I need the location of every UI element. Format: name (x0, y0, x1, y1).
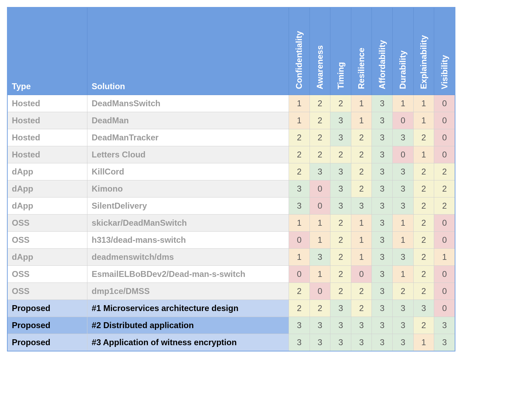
cell-score: 3 (330, 112, 351, 129)
cell-type: OSS (7, 215, 87, 232)
cell-score: 2 (413, 283, 434, 300)
cell-type: Proposed (7, 317, 87, 334)
cell-score: 1 (393, 95, 414, 112)
cell-score: 1 (310, 215, 330, 232)
cell-type: OSS (7, 283, 87, 300)
cell-solution: #2 Distributed application (87, 317, 289, 334)
cell-score: 2 (289, 300, 310, 317)
cell-type: Hosted (7, 95, 87, 112)
cell-solution: SilentDelivery (87, 198, 289, 215)
cell-score: 3 (393, 198, 414, 215)
cell-score: 3 (372, 180, 393, 198)
cell-score: 1 (351, 249, 372, 266)
cell-score: 2 (310, 95, 330, 112)
cell-type: Hosted (7, 112, 87, 129)
cell-score: 1 (393, 266, 414, 283)
cell-score: 3 (310, 163, 330, 180)
cell-score: 0 (434, 215, 455, 232)
header-type: Type (7, 7, 87, 95)
cell-solution: skickar/DeadManSwitch (87, 215, 289, 232)
cell-score: 3 (330, 180, 351, 198)
cell-score: 2 (351, 300, 372, 317)
cell-type: Proposed (7, 300, 87, 317)
cell-solution: dmp1ce/DMSS (87, 283, 289, 300)
header-durability: Durability (393, 7, 414, 95)
cell-type: Hosted (7, 146, 87, 163)
cell-score: 3 (330, 129, 351, 146)
cell-solution: DeadMansSwitch (87, 95, 289, 112)
cell-score: 0 (434, 283, 455, 300)
cell-score: 1 (393, 215, 414, 232)
cell-score: 2 (413, 215, 434, 232)
cell-solution: DeadMan (87, 112, 289, 129)
cell-score: 3 (372, 198, 393, 215)
cell-score: 2 (413, 180, 434, 198)
cell-score: 3 (310, 334, 330, 351)
cell-score: 1 (289, 249, 310, 266)
cell-solution: deadmenswitch/dms (87, 249, 289, 266)
header-metric-label: Explainability (419, 35, 429, 89)
cell-score: 2 (393, 283, 414, 300)
cell-score: 2 (434, 163, 455, 180)
cell-score: 0 (434, 129, 455, 146)
table-row: OSSdmp1ce/DMSS20223220 (7, 283, 455, 300)
cell-score: 2 (434, 180, 455, 198)
cell-score: 0 (289, 232, 310, 249)
cell-score: 2 (289, 163, 310, 180)
cell-solution: DeadManTracker (87, 129, 289, 146)
cell-score: 3 (372, 317, 393, 334)
cell-score: 2 (351, 129, 372, 146)
cell-score: 1 (310, 266, 330, 283)
cell-score: 3 (289, 334, 310, 351)
header-affordability: Affordability (372, 7, 393, 95)
cell-score: 3 (372, 300, 393, 317)
cell-score: 1 (289, 112, 310, 129)
cell-solution: #1 Microservices architecture design (87, 300, 289, 317)
header-metric-label: Timing (336, 62, 346, 89)
cell-score: 1 (434, 249, 455, 266)
cell-score: 1 (413, 112, 434, 129)
cell-score: 3 (330, 334, 351, 351)
cell-score: 1 (413, 146, 434, 163)
cell-score: 3 (372, 249, 393, 266)
header-metric-label: Confidentiality (294, 31, 304, 89)
header-resilience: Resilience (351, 7, 372, 95)
cell-score: 2 (330, 266, 351, 283)
cell-score: 2 (330, 95, 351, 112)
table-row: OSSh313/dead-mans-switch01213120 (7, 232, 455, 249)
cell-solution: Kimono (87, 180, 289, 198)
cell-score: 3 (434, 317, 455, 334)
cell-score: 3 (372, 146, 393, 163)
cell-type: dApp (7, 163, 87, 180)
cell-score: 0 (434, 146, 455, 163)
cell-type: dApp (7, 249, 87, 266)
cell-score: 2 (310, 300, 330, 317)
header-metric-label: Resilience (357, 48, 366, 89)
cell-score: 2 (289, 129, 310, 146)
cell-score: 2 (413, 198, 434, 215)
cell-score: 3 (372, 215, 393, 232)
cell-score: 3 (393, 249, 414, 266)
cell-type: dApp (7, 198, 87, 215)
cell-score: 3 (393, 300, 414, 317)
cell-score: 2 (413, 249, 434, 266)
cell-score: 3 (393, 163, 414, 180)
cell-score: 2 (310, 129, 330, 146)
cell-score: 0 (434, 112, 455, 129)
cell-type: Hosted (7, 129, 87, 146)
cell-score: 2 (330, 232, 351, 249)
table-row: HostedDeadMansSwitch12213110 (7, 95, 455, 112)
cell-score: 1 (351, 112, 372, 129)
table-header-row: Type Solution Confidentiality Awareness … (7, 7, 455, 95)
header-metric-label: Visibility (440, 55, 449, 89)
cell-score: 3 (310, 249, 330, 266)
cell-score: 0 (289, 266, 310, 283)
cell-score: 0 (434, 300, 455, 317)
cell-score: 2 (351, 283, 372, 300)
cell-score: 1 (351, 232, 372, 249)
cell-score: 0 (310, 180, 330, 198)
cell-score: 2 (330, 146, 351, 163)
cell-score: 3 (393, 317, 414, 334)
table-row: Proposed#2 Distributed application333333… (7, 317, 455, 334)
comparison-table: Type Solution Confidentiality Awareness … (7, 7, 455, 351)
